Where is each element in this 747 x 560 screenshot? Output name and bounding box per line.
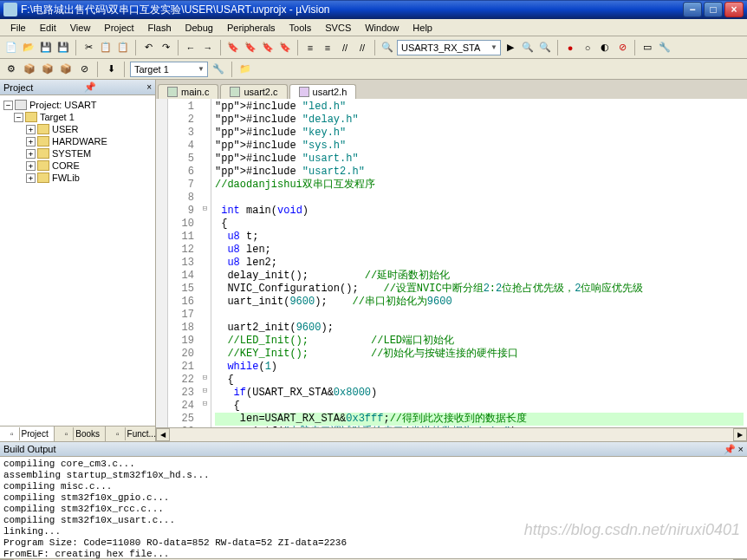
menu-tools[interactable]: Tools xyxy=(283,21,319,35)
expand-icon[interactable]: + xyxy=(26,125,36,134)
breakpoint-icon[interactable]: ○ xyxy=(580,40,595,55)
symbol-combo[interactable]: USART3_RX_STA xyxy=(397,40,501,55)
bookmark-prev-icon[interactable]: 🔖 xyxy=(243,40,258,55)
scroll-right-icon[interactable]: ▶ xyxy=(733,428,747,441)
collapse-icon[interactable]: − xyxy=(3,101,13,110)
find-next-icon[interactable]: ▶ xyxy=(503,40,518,55)
cut-icon[interactable]: ✂ xyxy=(81,40,96,55)
collapse-icon[interactable]: − xyxy=(14,113,23,122)
tree-label: FWLib xyxy=(52,173,80,183)
copy-icon[interactable]: 📋 xyxy=(98,40,114,55)
build-icon[interactable]: 📦 xyxy=(22,62,37,77)
panel-close-icon[interactable]: × xyxy=(146,82,152,92)
minimize-button[interactable]: − xyxy=(683,2,702,17)
config-icon[interactable]: 🔧 xyxy=(657,40,672,55)
project-tabs: ▫Project▫Books▫Funct...▫Templ... xyxy=(0,426,155,441)
panel-close-icon[interactable]: × xyxy=(738,444,744,454)
code-area[interactable]: "pp">#include "led.h" "pp">#include "del… xyxy=(211,99,747,427)
project-icon xyxy=(15,100,27,110)
panel-tab[interactable]: ▫Funct... xyxy=(106,427,162,441)
save-icon[interactable]: 💾 xyxy=(38,40,54,55)
tree-group[interactable]: +FWLib xyxy=(3,172,152,184)
uncomment-icon[interactable]: // xyxy=(354,40,370,55)
folder-icon xyxy=(37,173,49,183)
tree-group[interactable]: +HARDWARE xyxy=(3,135,152,147)
kill-bp-icon[interactable]: ⊘ xyxy=(614,40,630,55)
title-bar: F:\电路城出售代码\双串口互发实验\USER\USART.uvprojx - … xyxy=(0,0,747,19)
build-toolbar: ⚙ 📦 📦 📦 ⊘ ⬇ Target 1 🔧 📁 xyxy=(0,59,747,80)
folder-icon xyxy=(25,112,37,122)
rebuild-icon[interactable]: 📦 xyxy=(40,62,55,77)
tree-group[interactable]: +USER xyxy=(3,123,152,135)
build-output[interactable]: compiling core_cm3.c... assembling start… xyxy=(0,457,747,558)
translate-icon[interactable]: ⚙ xyxy=(3,62,19,77)
bookmark-clear-icon[interactable]: 🔖 xyxy=(277,40,293,55)
maximize-button[interactable]: □ xyxy=(704,2,723,17)
expand-icon[interactable]: + xyxy=(26,173,36,183)
bookmark-next-icon[interactable]: 🔖 xyxy=(260,40,276,55)
menu-edit[interactable]: Edit xyxy=(33,21,63,35)
incremental-icon[interactable]: 🔍 xyxy=(520,40,536,55)
code-editor[interactable]: 1234567891011121314151617181920212223242… xyxy=(156,99,747,427)
menu-svcs[interactable]: SVCS xyxy=(318,21,358,35)
folder-icon xyxy=(37,124,49,134)
menu-view[interactable]: View xyxy=(63,21,98,35)
new-icon[interactable]: 📄 xyxy=(3,40,19,55)
tree-label: SYSTEM xyxy=(52,148,91,159)
find-icon[interactable]: 🔍 xyxy=(380,40,395,55)
expand-icon[interactable]: + xyxy=(26,161,36,171)
file-tab[interactable]: usart2.h xyxy=(289,84,357,99)
open-icon[interactable]: 📂 xyxy=(21,40,36,55)
window-title: F:\电路城出售代码\双串口互发实验\USER\USART.uvprojx - … xyxy=(21,3,681,17)
project-panel-title: Project xyxy=(3,82,33,93)
manage-icon[interactable]: 📁 xyxy=(237,62,253,77)
close-button[interactable]: × xyxy=(724,2,744,17)
panel-tab[interactable]: ▫Project xyxy=(0,427,55,441)
find-in-files-icon[interactable]: 🔍 xyxy=(537,40,553,55)
menu-window[interactable]: Window xyxy=(358,21,406,35)
bookmark-icon[interactable]: 🔖 xyxy=(225,40,241,55)
file-tab[interactable]: main.c xyxy=(158,84,218,99)
scroll-track[interactable] xyxy=(170,428,733,441)
disable-bp-icon[interactable]: ◐ xyxy=(597,40,613,55)
panel-tab[interactable]: ▫Books xyxy=(55,427,106,441)
tree-group[interactable]: +SYSTEM xyxy=(3,147,152,160)
paste-icon[interactable]: 📋 xyxy=(115,40,131,55)
expand-icon[interactable]: + xyxy=(26,137,36,147)
target-options-icon[interactable]: 🔧 xyxy=(211,62,226,77)
project-panel-header: Project 📌 × xyxy=(0,80,155,95)
pin-icon[interactable]: 📌 xyxy=(724,444,736,454)
redo-icon[interactable]: ↷ xyxy=(158,40,173,55)
window-icon[interactable]: ▭ xyxy=(640,40,655,55)
menu-debug[interactable]: Debug xyxy=(179,21,220,35)
comment-icon[interactable]: // xyxy=(337,40,353,55)
save-all-icon[interactable]: 💾 xyxy=(55,40,71,55)
project-tree[interactable]: − Project: USART − Target 1 +USER+HARDWA… xyxy=(0,95,155,426)
file-tab[interactable]: usart2.c xyxy=(220,84,287,99)
nav-back-icon[interactable]: ← xyxy=(183,40,198,55)
menu-file[interactable]: File xyxy=(3,21,33,35)
nav-fwd-icon[interactable]: → xyxy=(200,40,216,55)
pin-icon[interactable]: 📌 xyxy=(84,81,96,93)
menu-peripherals[interactable]: Peripherals xyxy=(220,21,283,35)
horizontal-scrollbar[interactable]: ◀ ▶ xyxy=(156,427,747,441)
folder-icon xyxy=(37,148,49,159)
outdent-icon[interactable]: ≡ xyxy=(320,40,335,55)
target-combo[interactable]: Target 1 xyxy=(130,62,208,77)
download-icon[interactable]: ⬇ xyxy=(103,62,119,77)
menu-help[interactable]: Help xyxy=(406,21,439,35)
indent-icon[interactable]: ≡ xyxy=(302,40,318,55)
file-icon xyxy=(167,87,178,97)
menu-flash[interactable]: Flash xyxy=(141,21,179,35)
batch-build-icon[interactable]: 📦 xyxy=(58,62,74,77)
expand-icon[interactable]: + xyxy=(26,149,36,159)
build-output-header: Build Output 📌 × xyxy=(0,441,747,457)
stop-build-icon[interactable]: ⊘ xyxy=(76,62,92,77)
menu-project[interactable]: Project xyxy=(97,21,140,35)
undo-icon[interactable]: ↶ xyxy=(140,40,156,55)
tree-target[interactable]: − Target 1 xyxy=(3,111,152,123)
tree-root[interactable]: − Project: USART xyxy=(3,99,152,111)
scroll-left-icon[interactable]: ◀ xyxy=(156,428,170,441)
debug-icon[interactable]: ● xyxy=(562,40,578,55)
tree-group[interactable]: +CORE xyxy=(3,160,152,172)
